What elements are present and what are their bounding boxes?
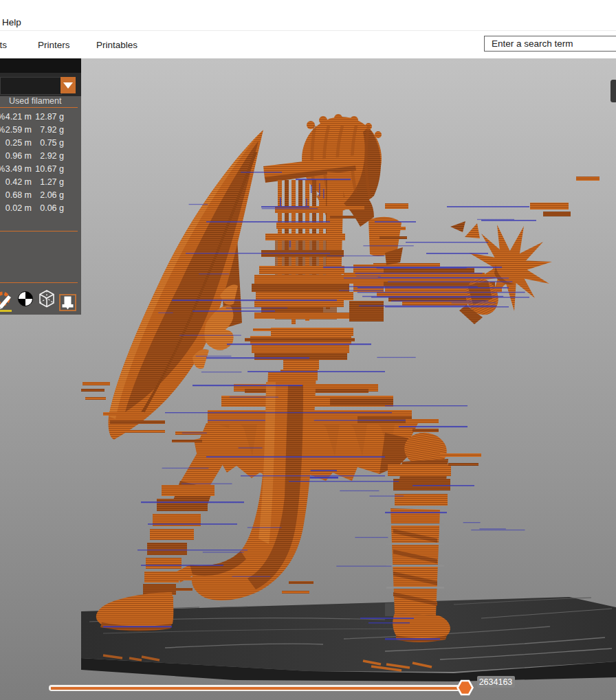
svg-text:2634163: 2634163: [479, 677, 513, 687]
